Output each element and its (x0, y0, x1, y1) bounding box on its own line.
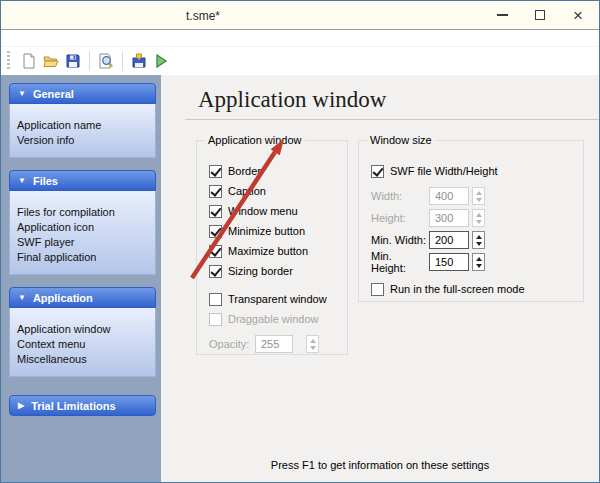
preview-button[interactable] (95, 50, 117, 72)
sidebar-header-trial-limitations[interactable]: ▶ Trial Limitations (9, 395, 156, 416)
sidebar-header-label: Trial Limitations (31, 400, 115, 412)
field-row-width: Width: 400 (371, 185, 583, 207)
sidebar-header-label: General (33, 88, 74, 100)
checkbox-row-transparent-window[interactable]: Transparent window (209, 289, 347, 309)
new-file-button[interactable] (18, 50, 40, 72)
spin-up-icon (476, 235, 482, 239)
checkbox-row-window-menu[interactable]: Window menu (209, 201, 347, 221)
new-file-icon (21, 53, 37, 69)
checkbox-caption[interactable] (209, 185, 222, 198)
open-file-button[interactable] (40, 50, 62, 72)
min-width-stepper[interactable] (472, 231, 485, 249)
sidebar-header-application[interactable]: ▼ Application (9, 287, 156, 308)
checkbox-row-swf-size[interactable]: SWF file Width/Height (371, 161, 583, 181)
checkbox-row-maximize-button[interactable]: Maximize button (209, 241, 347, 261)
sidebar-item-application-icon[interactable]: Application icon (17, 220, 151, 235)
checkbox-row-sizing-border[interactable]: Sizing border (209, 261, 347, 281)
open-folder-icon (43, 53, 59, 69)
width-input: 400 (429, 187, 469, 205)
group-title: Window size (367, 134, 435, 146)
field-row-min-height: Min. Height: 150 (371, 251, 583, 273)
close-button[interactable]: × (559, 1, 597, 29)
checkbox-transparent-window[interactable] (209, 293, 222, 306)
window-title: t.sme* (186, 9, 220, 23)
chevron-down-icon: ▼ (18, 176, 26, 185)
minimize-icon (497, 14, 508, 16)
sidebar-section-application: ▼ Application Application window Context… (9, 287, 156, 377)
min-width-input[interactable]: 200 (429, 231, 469, 249)
checkbox-row-border[interactable]: Border (209, 161, 347, 181)
save-file-button[interactable] (62, 50, 84, 72)
titlebar: t.sme* × (1, 1, 599, 30)
sidebar: ▼ General Application name Version info … (1, 75, 161, 482)
sidebar-header-label: Files (33, 175, 58, 187)
chevron-down-icon: ▼ (18, 293, 26, 302)
height-stepper (472, 209, 485, 227)
opacity-stepper (306, 335, 319, 353)
save-icon (65, 53, 81, 69)
toolbar-grip[interactable] (7, 51, 10, 71)
run-icon (153, 53, 169, 69)
checkbox-sizing-border[interactable] (209, 265, 222, 278)
spin-down-icon (476, 242, 482, 246)
maximize-icon (535, 10, 545, 20)
group-window-size: Window size SWF file Width/Height Width:… (358, 140, 584, 302)
maximize-button[interactable] (521, 1, 559, 29)
checkbox-row-minimize-button[interactable]: Minimize button (209, 221, 347, 241)
checkbox-window-menu[interactable] (209, 205, 222, 218)
sidebar-section-files: ▼ Files Files for compilation Applicatio… (9, 170, 156, 275)
sidebar-item-application-window[interactable]: Application window (17, 322, 151, 337)
opacity-label: Opacity: (209, 338, 255, 350)
sidebar-item-swf-player[interactable]: SWF player (17, 235, 151, 250)
field-row-min-width: Min. Width: 200 (371, 229, 583, 251)
checkbox-draggable-window (209, 313, 222, 326)
minimize-button[interactable] (483, 1, 521, 29)
compile-button[interactable] (128, 50, 150, 72)
sidebar-item-version-info[interactable]: Version info (17, 133, 151, 148)
sidebar-item-miscellaneous[interactable]: Miscellaneous (17, 352, 151, 367)
opacity-row: Opacity: 255 (209, 333, 347, 355)
sidebar-section-trial-limitations: ▶ Trial Limitations (9, 395, 156, 416)
spin-up-icon (476, 213, 482, 217)
min-width-label: Min. Width: (371, 234, 429, 246)
page-title: Application window (198, 87, 386, 113)
spin-down-icon (310, 346, 316, 350)
toolbar (1, 47, 599, 75)
spin-down-icon (476, 220, 482, 224)
sidebar-item-files-for-compilation[interactable]: Files for compilation (17, 205, 151, 220)
checkbox-border[interactable] (209, 165, 222, 178)
width-stepper (472, 187, 485, 205)
compile-icon (131, 53, 147, 69)
sidebar-item-context-menu[interactable]: Context menu (17, 337, 151, 352)
sidebar-header-label: Application (33, 292, 93, 304)
checkbox-minimize-button[interactable] (209, 225, 222, 238)
opacity-input: 255 (255, 335, 293, 353)
min-height-stepper[interactable] (472, 253, 485, 271)
preview-icon (98, 53, 114, 69)
sidebar-item-application-name[interactable]: Application name (17, 118, 151, 133)
field-row-height: Height: 300 (371, 207, 583, 229)
title-rule (185, 119, 599, 120)
min-height-input[interactable]: 150 (429, 253, 469, 271)
footer-hint: Press F1 to get information on these set… (161, 459, 599, 471)
min-height-label: Min. Height: (371, 250, 429, 274)
run-button[interactable] (150, 50, 172, 72)
checkbox-fullscreen[interactable] (371, 283, 384, 296)
spin-down-icon (476, 198, 482, 202)
width-label: Width: (371, 190, 429, 202)
sidebar-header-files[interactable]: ▼ Files (9, 170, 156, 191)
sidebar-item-final-application[interactable]: Final application (17, 250, 151, 265)
sidebar-header-general[interactable]: ▼ General (9, 83, 156, 104)
menu-strip (1, 30, 599, 47)
height-label: Height: (371, 212, 429, 224)
checkbox-row-caption[interactable]: Caption (209, 181, 347, 201)
main-panel: Application window Application window Bo… (161, 75, 599, 482)
spin-up-icon (476, 191, 482, 195)
checkbox-row-fullscreen[interactable]: Run in the full-screen mode (371, 279, 583, 299)
close-icon: × (573, 7, 583, 24)
checkbox-maximize-button[interactable] (209, 245, 222, 258)
checkbox-swf-width-height[interactable] (371, 165, 384, 178)
toolbar-separator (89, 51, 90, 71)
checkbox-row-draggable-window: Draggable window (209, 309, 347, 329)
toolbar-separator (122, 51, 123, 71)
